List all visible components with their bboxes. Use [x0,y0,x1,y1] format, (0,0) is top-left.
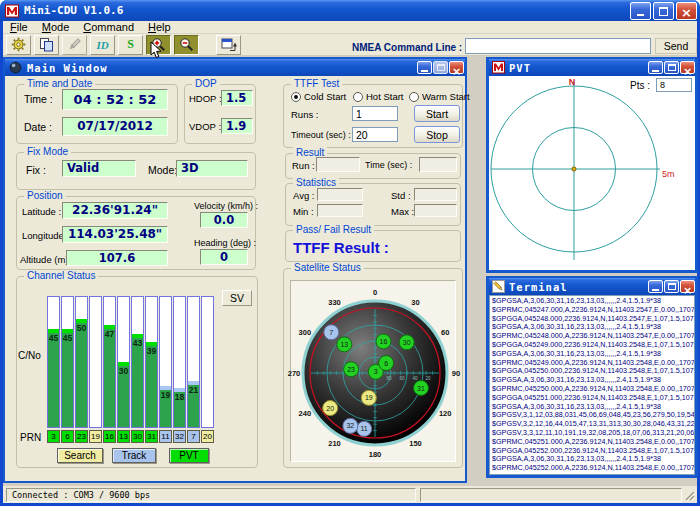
bar-cno-value: 19 [160,390,171,400]
radio-hot-start[interactable]: Hot Start [353,91,404,102]
std-label: Std : [391,190,411,201]
terminal-minimize-button[interactable] [648,280,663,293]
bar-cno-value: 30 [118,366,129,376]
bar-cno-value: 45 [62,333,73,343]
minimize-button[interactable] [630,2,651,20]
toolbar-button id-icon[interactable]: ID [90,35,115,55]
nmea-command-input[interactable] [465,38,651,54]
range-label: 5m [662,169,675,179]
latitude-label: Latitude : [22,206,61,217]
app-titlebar[interactable]: Mini-CDU V1.0.6 [0,0,700,21]
prn-row: 362319161330311132720 [47,430,215,443]
menu-item-help[interactable]: Help [141,21,178,33]
toolbar-button properties-icon[interactable] [216,35,241,55]
main-minimize-button[interactable] [417,61,432,74]
azimuth-label: 0 [373,288,377,297]
terminal-maximize-button[interactable] [664,280,679,293]
min-label: Min : [293,206,314,217]
main-window-titlebar[interactable]: Main Window [5,59,465,76]
prn-box-19: 19 [89,430,102,443]
radio-warm-start[interactable]: Warm Start [409,91,470,102]
satellite-prn-label: 30 [403,339,411,346]
maximize-button[interactable] [653,2,674,20]
time-label: Time : [24,93,53,105]
channel-bar-prn-7: 21 [187,296,200,428]
close-button close-icon[interactable] [676,2,697,20]
bar-fill [62,329,73,427]
fix-label: Fix : [26,164,46,176]
ttff-group-label: TTFF Test [291,78,342,89]
terminal-close-button close-icon[interactable] [680,280,695,293]
pvt-minimize-button[interactable] [648,61,663,74]
main-maximize-button[interactable] [433,61,448,74]
satellite-prn-label: 20 [326,405,334,412]
date-label: Date : [24,121,52,133]
pvt-close-button close-icon[interactable] [680,61,695,74]
toolbar-button zoom-out-icon[interactable] [174,35,199,55]
channel-bar-prn-6: 45 [61,296,74,428]
pvt-position-dot [572,167,576,171]
cno-axis-label: C/No [18,350,41,361]
azimuth-label: 90 [452,369,460,378]
menu-item-command[interactable]: Command [76,21,141,33]
channel-bar-prn-32: 18 [173,296,186,428]
send-button[interactable]: Send [655,38,697,54]
avg-value [317,188,363,201]
menu-item-mode[interactable]: Mode [35,21,77,33]
resize-grip[interactable] [684,489,696,502]
terminal-window-title: Terminal [509,281,568,293]
main-close-button close-icon[interactable] [449,61,464,74]
timeout-input[interactable] [352,127,398,142]
elevation-label: 20 [425,376,431,381]
pvt-maximize-button[interactable] [664,61,679,74]
heading-value: 0 [200,249,248,265]
radio-dot[interactable] [291,92,301,102]
satellite-prn-20: 20 [323,401,338,416]
minimize-icon [652,289,659,291]
maximize-icon [668,283,676,290]
legend-search-button[interactable]: Search [57,448,103,463]
velocity-value: 0.0 [200,212,248,228]
runs-input[interactable] [352,106,398,121]
pvt-window-title: PVT [509,62,531,74]
sv-button[interactable]: SV [222,290,252,306]
pvt-window-icon [492,61,505,74]
stop-button[interactable]: Stop [414,126,460,143]
status-extra [420,488,682,502]
toolbar-button pencil-icon[interactable] [62,35,87,55]
radio-dot[interactable] [353,92,363,102]
radio-dot[interactable] [409,92,419,102]
toolbar-button s-icon[interactable]: S [118,35,143,55]
azimuth-label: 150 [409,439,422,448]
date-value: 07/17/2012 [62,117,168,136]
prn-box-6: 6 [61,430,74,443]
satellite-prn-label: 31 [417,385,425,392]
radio-cold-start[interactable]: Cold Start [291,91,346,102]
azimuth-label: 120 [439,409,452,418]
toolbar-button gear-icon[interactable] [6,35,31,55]
app-title: Mini-CDU V1.0.6 [24,4,123,17]
nmea-command-label: NMEA Command Line : [352,42,460,53]
pts-input[interactable] [656,78,692,92]
legend-pvt-button[interactable]: PVT [169,448,209,463]
pts-label: Pts : [630,80,650,91]
channel-bar-chart: 45455047304339191821 [47,296,215,428]
bar-fill [48,329,59,427]
terminal-line: $GPRMC,045252.000,A,2236.9124,N,11403.25… [492,464,694,473]
legend-track-button[interactable]: Track [112,448,156,463]
satellite-prn-6: 6 [379,356,394,371]
start-button[interactable]: Start [414,105,460,122]
latitude-value: 22.36'91.24" [62,202,168,219]
radio-label: Warm Start [422,91,470,102]
pvt-scatter-plot: N5m [489,76,695,274]
timeout-label: Timeout (sec) : [291,130,351,140]
mode-value: 3D [176,160,248,177]
toolbar-button copy-icon[interactable] [34,35,59,55]
longitude-value: 114.03'25.48" [62,226,168,243]
bar-cno-value: 45 [48,333,59,343]
menu-item-file[interactable]: File [3,21,35,33]
satellite-prn-19: 19 [361,390,376,405]
channel-bar-prn-30: 43 [131,296,144,428]
sky-plot-panel: 8060402003060901201501802102402703003303… [290,280,456,462]
bar-cno-value: 39 [146,346,157,356]
